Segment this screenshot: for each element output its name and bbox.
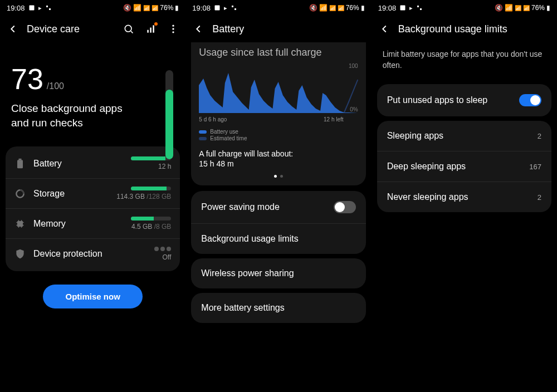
signal-icon-2: 📶 <box>338 5 344 11</box>
protection-label: Device protection <box>33 249 146 259</box>
signal-icon-1: 📶 <box>329 5 336 11</box>
memory-value: 4.5 GB /8 GB <box>131 223 171 231</box>
app-header: Background usage limits <box>372 16 557 42</box>
svg-point-8 <box>173 28 174 30</box>
power-saving-toggle[interactable] <box>334 201 356 213</box>
pager-dot-2[interactable] <box>280 175 283 178</box>
deep-sleeping-label: Deep sleeping apps <box>387 161 530 171</box>
notification-dot <box>154 22 158 26</box>
battery-pct: 76% <box>346 4 359 12</box>
svg-rect-4 <box>148 30 149 33</box>
never-sleeping-count: 2 <box>538 193 541 202</box>
sleep-toggle-row[interactable]: Put unused apps to sleep <box>377 84 551 116</box>
gallery-icon <box>28 4 35 11</box>
score-description: Close background apps and run checks <box>11 101 128 130</box>
screen-bg-limits: 19:08 ▸ 🔇 📶 📶 📶 76% ▮ Background usage l… <box>372 0 557 392</box>
score-value: 73 <box>11 65 43 94</box>
score-section: 73 /100 Close background apps and run ch… <box>0 42 185 141</box>
legend-swatch-2 <box>199 137 207 140</box>
storage-bar <box>131 187 171 190</box>
more-settings-row[interactable]: More battery settings <box>191 293 365 323</box>
svg-rect-2 <box>49 8 51 10</box>
optimise-button[interactable]: Optimise now <box>43 285 142 308</box>
battery-icon: ▮ <box>175 4 179 12</box>
chart-x-left: 5 d 6 h ago <box>199 116 227 122</box>
battery-value: 12 h <box>158 163 171 170</box>
memory-row[interactable]: Memory 4.5 GB /8 GB <box>6 209 180 239</box>
search-icon[interactable] <box>123 23 134 35</box>
storage-label: Storage <box>33 189 109 199</box>
chart-icon[interactable] <box>145 23 157 35</box>
sleep-toggle[interactable] <box>519 94 541 106</box>
status-extra-icon: ▸ <box>409 4 413 12</box>
sleep-toggle-label: Put unused apps to sleep <box>387 95 519 105</box>
legend-1: Battery use <box>210 129 238 135</box>
transfer-icon <box>416 4 423 11</box>
svg-rect-10 <box>17 160 23 168</box>
signal-icon-2: 📶 <box>523 5 530 11</box>
sleeping-apps-count: 2 <box>538 132 541 140</box>
bg-limits-row[interactable]: Background usage limits <box>191 224 365 254</box>
battery-chart <box>199 63 358 113</box>
signal-icon-2: 📶 <box>152 5 158 11</box>
back-icon[interactable] <box>378 23 390 35</box>
storage-row[interactable]: Storage 114.3 GB /128 GB <box>6 179 180 209</box>
status-clock: 19:08 <box>7 4 25 12</box>
power-saving-row[interactable]: Power saving mode <box>191 191 365 224</box>
battery-icon: ▮ <box>546 4 550 12</box>
svg-rect-1 <box>46 6 48 7</box>
status-bar: 19:08 ▸ 🔇 📶 📶 📶 76% ▮ <box>185 0 371 16</box>
more-icon[interactable] <box>168 23 179 35</box>
status-extra-icon: ▸ <box>224 4 227 12</box>
protection-dots <box>154 247 171 251</box>
svg-rect-19 <box>420 8 422 10</box>
score-max: /100 <box>47 81 64 91</box>
legend-swatch-1 <box>199 130 207 134</box>
back-icon[interactable] <box>7 23 19 35</box>
transfer-icon <box>231 4 237 11</box>
chart-title: Usage since last full charge <box>199 47 358 58</box>
chart-y-100: 100 <box>349 63 358 69</box>
wireless-sharing-row[interactable]: Wireless power sharing <box>191 258 365 288</box>
back-icon[interactable] <box>192 23 204 35</box>
svg-rect-6 <box>153 25 155 32</box>
more-label: More battery settings <box>201 303 355 313</box>
storage-value: 114.3 GB /128 GB <box>116 193 171 200</box>
svg-rect-18 <box>417 6 419 7</box>
svg-rect-17 <box>400 6 405 11</box>
gallery-icon <box>399 4 406 11</box>
deep-sleeping-row[interactable]: Deep sleeping apps 167 <box>377 151 551 182</box>
charge-estimate-label: A full charge will last about: <box>199 149 358 158</box>
svg-point-3 <box>125 25 132 32</box>
transfer-icon <box>45 4 52 11</box>
battery-row[interactable]: Battery 12 h <box>6 149 180 179</box>
mute-icon: 🔇 <box>123 4 131 12</box>
shield-icon <box>14 248 26 259</box>
battery-pct: 76% <box>160 4 173 12</box>
sleeping-apps-label: Sleeping apps <box>387 131 538 141</box>
svg-point-7 <box>173 25 174 27</box>
status-bar: 19:08 ▸ 🔇 📶 📶 📶 76% ▮ <box>372 0 557 16</box>
svg-rect-0 <box>29 6 34 11</box>
charge-estimate-value: 15 h 48 m <box>199 159 358 168</box>
pager-dot-1[interactable] <box>274 175 277 178</box>
status-clock: 19:08 <box>378 4 397 12</box>
page-description: Limit battery usage for apps that you do… <box>372 42 557 80</box>
more-settings-card: More battery settings <box>191 293 365 323</box>
sleeping-apps-row[interactable]: Sleeping apps 2 <box>377 121 551 151</box>
mute-icon: 🔇 <box>495 4 503 12</box>
signal-icon-1: 📶 <box>143 5 150 11</box>
usage-chart-card[interactable]: Usage since last full charge 100 0% 5 d … <box>191 42 365 185</box>
gallery-icon <box>214 4 221 11</box>
never-sleeping-row[interactable]: Never sleeping apps 2 <box>377 182 551 212</box>
battery-label: Battery <box>33 159 123 169</box>
svg-rect-13 <box>17 221 23 227</box>
score-bar <box>165 70 173 159</box>
svg-rect-5 <box>150 28 152 33</box>
memory-label: Memory <box>33 219 123 229</box>
page-title: Background usage limits <box>398 23 550 35</box>
chart-pager <box>199 175 358 178</box>
protection-row[interactable]: Device protection Off <box>6 239 180 269</box>
app-header: Device care <box>0 16 185 42</box>
svg-rect-15 <box>232 6 233 7</box>
